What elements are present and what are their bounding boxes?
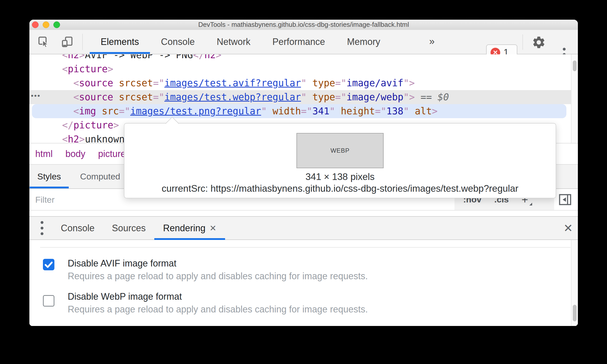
toolbar-separator xyxy=(522,34,523,50)
option-description: Requires a page reload to apply and disa… xyxy=(68,271,368,282)
tab-network[interactable]: Network xyxy=(206,30,261,54)
section-divider xyxy=(40,247,570,248)
styles-pane-content xyxy=(29,211,578,216)
long-click-caret-icon xyxy=(529,203,532,205)
drawer-menu-kebab-icon[interactable] xyxy=(41,221,43,235)
styles-tab-styles[interactable]: Styles xyxy=(30,165,69,188)
tab-close-icon[interactable]: ✕ xyxy=(209,224,216,232)
drawer-tab-bar: ConsoleSourcesRendering✕ ✕ xyxy=(29,217,578,240)
image-preview: WEBP xyxy=(297,133,384,168)
drawer-close-icon[interactable]: ✕ xyxy=(562,221,575,235)
line-options-dots-icon[interactable]: ••• xyxy=(31,89,41,103)
breadcrumb-item-picture[interactable]: picture xyxy=(98,149,126,159)
close-window-button[interactable] xyxy=(32,21,39,28)
device-toolbar-icon[interactable] xyxy=(61,36,73,48)
dom-tree-line[interactable]: <source srcset="images/test.avif?regular… xyxy=(29,76,571,90)
drawer-tab-rendering[interactable]: Rendering✕ xyxy=(154,217,225,239)
window-title: DevTools - mathiasbynens.github.io/css-d… xyxy=(29,20,578,30)
scrollbar-thumb[interactable] xyxy=(573,60,577,71)
rendering-option: Disable WebP image formatRequires a page… xyxy=(43,291,368,315)
drawer: ConsoleSourcesRendering✕ ✕ Disable AVIF … xyxy=(29,216,578,326)
toolbar-tabs: ElementsConsoleNetworkPerformanceMemory xyxy=(90,30,391,54)
rendering-panel: Disable AVIF image formatRequires a page… xyxy=(29,240,578,326)
checkbox-unchecked[interactable] xyxy=(43,295,54,307)
dom-tree-scrollbar[interactable] xyxy=(571,54,578,143)
checkbox-checked[interactable] xyxy=(43,259,54,270)
tab-performance[interactable]: Performance xyxy=(261,30,336,54)
styles-tab-computed[interactable]: Computed xyxy=(73,165,128,188)
zoom-window-button[interactable] xyxy=(53,21,60,28)
drawer-tab-sources[interactable]: Sources xyxy=(103,217,154,239)
option-label: Disable AVIF image format xyxy=(68,258,368,269)
inspect-element-icon[interactable] xyxy=(38,36,50,48)
dom-tree-line[interactable]: •••<source srcset="images/test.webp?regu… xyxy=(29,90,571,104)
option-description: Requires a page reload to apply and disa… xyxy=(68,304,368,315)
breadcrumb-item-html[interactable]: html xyxy=(35,149,53,159)
rendering-option: Disable AVIF image formatRequires a page… xyxy=(43,258,368,282)
option-label: Disable WebP image format xyxy=(68,291,368,302)
traffic-lights xyxy=(32,21,60,28)
dom-tree-line[interactable]: <picture> xyxy=(29,62,571,76)
image-dimensions: 341 × 138 pixels xyxy=(124,172,556,182)
tab-console[interactable]: Console xyxy=(150,30,206,54)
toggle-sidebar-icon[interactable] xyxy=(558,192,572,207)
tab-elements[interactable]: Elements xyxy=(90,30,150,54)
tab-memory[interactable]: Memory xyxy=(336,30,391,54)
minimize-window-button[interactable] xyxy=(43,21,49,28)
title-bar[interactable]: DevTools - mathiasbynens.github.io/css-d… xyxy=(29,20,578,30)
image-current-src: currentSrc: https://mathiasbynens.github… xyxy=(124,183,556,194)
scrollbar-thumb[interactable] xyxy=(573,305,577,321)
more-tabs-button[interactable]: » xyxy=(423,30,441,53)
drawer-tabs: ConsoleSourcesRendering✕ xyxy=(52,217,225,239)
drawer-scrollbar[interactable] xyxy=(571,240,578,326)
toolbar-separator xyxy=(82,34,83,50)
drawer-tab-label: Console xyxy=(61,217,95,239)
settings-gear-icon[interactable] xyxy=(532,35,546,50)
drawer-tab-console[interactable]: Console xyxy=(52,217,103,239)
dom-tree-line[interactable]: <h2>AVIF -> WebP -> PNG</h2> xyxy=(29,54,571,62)
image-preview-tooltip: WEBP 341 × 138 pixels currentSrc: https:… xyxy=(124,123,556,198)
breadcrumb-item-body[interactable]: body xyxy=(65,149,85,159)
drawer-tab-label: Rendering xyxy=(163,217,205,239)
dom-tree-line[interactable]: <img src="images/test.png?regular" width… xyxy=(32,104,566,118)
devtools-toolbar: ElementsConsoleNetworkPerformanceMemory … xyxy=(29,30,578,54)
devtools-window: DevTools - mathiasbynens.github.io/css-d… xyxy=(29,20,578,326)
drawer-tab-label: Sources xyxy=(112,217,146,239)
